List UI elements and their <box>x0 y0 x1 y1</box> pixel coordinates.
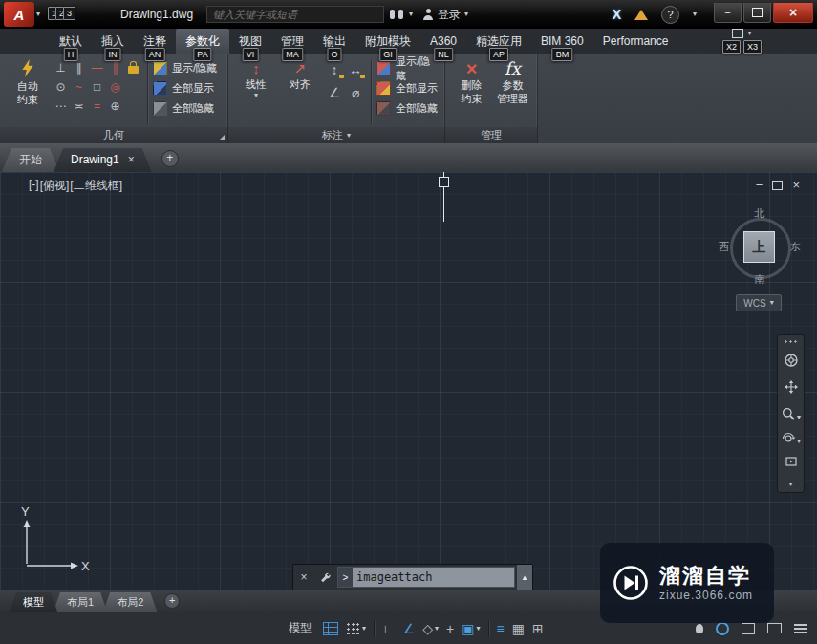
viewport-view-control[interactable]: [俯视] <box>40 178 70 194</box>
viewport-close-icon[interactable]: × <box>792 178 800 192</box>
lock-constraint-icon[interactable] <box>124 58 142 77</box>
ribbon-tab-addins[interactable]: 附加模块 GI <box>355 29 420 54</box>
layout-tab-layout2[interactable]: 布局2 <box>103 592 157 612</box>
horizontal-dim-constraint-icon[interactable]: ↔ <box>345 58 366 81</box>
parameters-manager-button[interactable]: fx 参数 管理器 <box>492 56 533 127</box>
viewcube[interactable]: 上 北 南 西 东 <box>721 208 798 283</box>
viewport-minimize-icon[interactable]: − <box>756 178 763 192</box>
alert-triangle-icon[interactable] <box>634 10 648 20</box>
tangent-constraint-icon[interactable]: ⊙ <box>52 77 70 97</box>
navbar-more-caret-icon[interactable]: ▾ <box>788 481 792 488</box>
object-snap-toggle[interactable]: ▣ ▾ <box>462 622 480 635</box>
ortho-mode-toggle[interactable]: ∟ <box>382 622 396 635</box>
snap-caret-icon[interactable]: ▾ <box>362 625 366 633</box>
ribbon-tab-bim360[interactable]: BIM 360 BM <box>531 29 593 54</box>
panel-title-dimensional[interactable]: 标注 ▾ <box>228 127 444 143</box>
customization-icon[interactable] <box>794 624 807 633</box>
file-tab-start[interactable]: 开始 <box>2 148 59 172</box>
command-close-icon[interactable]: × <box>293 565 314 590</box>
linear-caret-icon[interactable]: ▾ <box>254 92 258 99</box>
ribbon-tab-output[interactable]: 输出 O <box>313 29 355 54</box>
maximize-button[interactable] <box>743 3 771 23</box>
perpendicular-constraint-icon[interactable]: ⊥ <box>52 58 70 77</box>
diameter-dim-constraint-icon[interactable]: ⌀ <box>345 81 366 104</box>
navbar-grip-handle[interactable] <box>784 339 798 344</box>
new-layout-button[interactable]: + <box>164 593 180 609</box>
help-caret-icon[interactable]: ▾ <box>693 11 697 18</box>
show-hide-constraints-button[interactable]: 显示/隐藏 <box>153 60 217 76</box>
wcs-dropdown[interactable]: WCS ▾ <box>736 294 782 311</box>
compass-south-label[interactable]: 南 <box>755 272 765 287</box>
dynamic-input-toggle[interactable]: ⊞ <box>532 622 544 635</box>
clean-screen-icon[interactable] <box>767 623 782 633</box>
a360-x-logo-icon[interactable]: X <box>613 7 621 22</box>
ribbon-tab-a360[interactable]: A360 NL <box>420 29 466 54</box>
ribbon-tab-parametric[interactable]: 参数化 PA <box>176 29 229 54</box>
vertical-dim-constraint-icon[interactable]: ↕ <box>324 58 345 81</box>
object-snap-tracking-toggle[interactable]: + <box>446 622 454 635</box>
viewport-menu-control[interactable]: [-] <box>29 178 39 194</box>
ribbon-tab-view[interactable]: 视图 VI <box>229 29 271 54</box>
annotation-monitor-icon[interactable] <box>742 623 755 634</box>
compass-north-label[interactable]: 北 <box>755 206 765 221</box>
isometric-drafting-toggle[interactable]: ◇ ▾ <box>422 622 439 635</box>
app-menu-caret-icon[interactable]: ▾ <box>36 11 40 18</box>
ribbon-tab-performance[interactable]: Performance <box>593 29 678 54</box>
new-drawing-button[interactable]: + <box>161 150 179 167</box>
ribbon-state-caret-icon[interactable]: ▾ <box>747 30 751 37</box>
close-button[interactable]: × <box>773 3 813 23</box>
hide-all-constraints-button[interactable]: 全部隐藏 <box>153 100 217 117</box>
collinear-constraint-icon[interactable]: ⋯ <box>52 97 70 116</box>
isolate-objects-icon[interactable] <box>696 624 703 633</box>
show-all-constraints-button[interactable]: 全部显示 <box>153 80 217 97</box>
aligned-constraint-button[interactable]: ↗ 对齐 <box>278 56 322 127</box>
search-caret-icon[interactable]: ▾ <box>409 11 413 18</box>
smooth-constraint-icon[interactable]: ~ <box>70 77 88 97</box>
pan-button[interactable] <box>784 379 799 397</box>
ribbon-tab-manage[interactable]: 管理 MA <box>271 29 313 54</box>
orbit-button[interactable]: ▾ <box>781 430 801 445</box>
ribbon-state-icon[interactable] <box>732 29 743 38</box>
graphics-performance-icon[interactable] <box>716 622 729 635</box>
lineweight-toggle[interactable]: ≡ <box>497 622 505 635</box>
panel-flyout-caret-icon[interactable]: ▾ <box>347 132 351 140</box>
horizontal-constraint-icon[interactable]: — <box>88 58 106 77</box>
auto-constrain-button[interactable]: 自动 约束 <box>6 56 50 127</box>
ribbon-tab-featured-apps[interactable]: 精选应用 AP <box>466 29 531 54</box>
osnap-caret-icon[interactable]: ▾ <box>477 625 481 633</box>
show-all-dim-constraints-button[interactable]: 全部显示 <box>376 80 441 97</box>
minimize-button[interactable]: − <box>714 3 742 23</box>
search-input[interactable] <box>206 6 384 23</box>
help-icon[interactable]: ? <box>661 6 679 24</box>
selection-cycling-toggle[interactable]: ▦ <box>512 622 525 635</box>
sign-in-button[interactable]: 登录 ▾ <box>422 7 468 23</box>
recent-commands-icon[interactable]: ▴ <box>517 565 532 590</box>
app-menu-button[interactable]: A <box>4 2 34 27</box>
search-binoculars-icon[interactable] <box>390 10 403 19</box>
drawing-area[interactable]: [-] [俯视] [二维线框] − × 上 北 南 西 东 WCS ▾ <box>0 172 817 590</box>
compass-east-label[interactable]: 东 <box>790 240 801 254</box>
dialog-launcher-icon[interactable] <box>219 135 225 140</box>
viewport-visual-style-control[interactable]: [二维线框] <box>70 178 122 194</box>
delete-constraints-button[interactable]: × 删除 约束 <box>451 56 492 127</box>
viewport-restore-icon[interactable] <box>772 181 783 190</box>
layout-tab-layout1[interactable]: 布局1 <box>54 592 107 612</box>
show-hide-dim-constraints-button[interactable]: 显示/隐藏 <box>376 60 441 76</box>
ucs-icon[interactable]: Y X <box>8 504 94 584</box>
ribbon-tab-annotate[interactable]: 注释 AN <box>134 29 176 54</box>
symmetric-constraint-icon[interactable]: ≍ <box>70 97 88 116</box>
command-input[interactable] <box>353 568 514 587</box>
polar-tracking-toggle[interactable]: ∠ <box>403 622 416 635</box>
isodraft-caret-icon[interactable]: ▾ <box>435 625 439 633</box>
fix-constraint-icon[interactable]: ⊕ <box>106 97 124 116</box>
ribbon-tab-insert[interactable]: 插入 IN <box>92 29 134 54</box>
hide-all-dim-constraints-button[interactable]: 全部隐藏 <box>376 100 441 117</box>
orbit-caret-icon[interactable]: ▾ <box>797 438 801 445</box>
close-tab-icon[interactable]: × <box>128 148 135 172</box>
coincident-constraint-icon[interactable]: □ <box>88 77 106 97</box>
compass-west-label[interactable]: 西 <box>719 240 729 254</box>
viewcube-top-face[interactable]: 上 <box>743 231 775 263</box>
zoom-button[interactable]: ▾ <box>781 406 801 421</box>
layout-tab-model[interactable]: 模型 <box>10 592 57 612</box>
panel-title-geometric[interactable]: 几何 <box>0 127 227 143</box>
